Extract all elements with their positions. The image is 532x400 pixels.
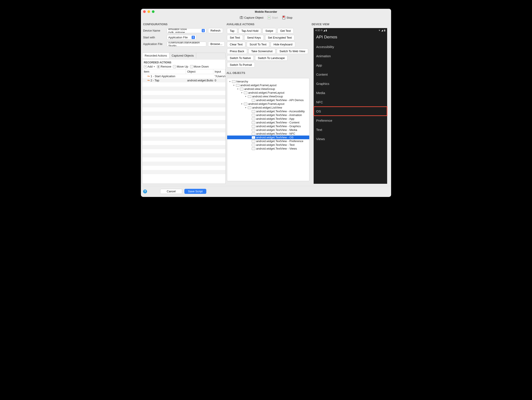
tree-node[interactable]: ▾⋯android.widget.ListView xyxy=(227,106,309,109)
tree-node[interactable]: ▾⋯hierarchy xyxy=(227,80,309,83)
tree-node[interactable]: ▾⋯android.widget.FrameLayout xyxy=(227,83,309,87)
svg-rect-6 xyxy=(283,16,285,18)
move-up-button[interactable]: ↑ Move Up xyxy=(173,65,188,68)
start-with-select[interactable]: Application File ▲▼ xyxy=(167,35,196,40)
table-row[interactable]: ⤳2 - Tapandroid.widget.Button0 xyxy=(142,78,225,82)
action-switch-to-native-button[interactable]: Switch To Native xyxy=(227,55,254,61)
tree-node[interactable]: ⋯android.widget.TextView - Animation xyxy=(227,113,309,117)
element-icon: ⋯ xyxy=(252,144,255,146)
action-switch-to-portrait-button[interactable]: Switch To Portrait xyxy=(227,62,255,68)
actions-section-label: AVAILABLE ACTIONS xyxy=(226,21,311,27)
dropdown-caret-icon: ▼ xyxy=(153,66,155,68)
action-switch-to-web-view-button[interactable]: Switch To Web View xyxy=(277,49,308,54)
device-item-nfc[interactable]: NFC xyxy=(314,97,387,106)
capture-object-button[interactable]: Capture Object xyxy=(240,16,263,19)
move-down-button[interactable]: ↓ Move Down xyxy=(190,65,209,68)
action-set-text-button[interactable]: Set Text xyxy=(227,35,243,40)
help-icon[interactable]: ? xyxy=(143,189,147,194)
table-row[interactable]: ⤳1 - Start Application"/Users/xu xyxy=(142,74,225,78)
plus-icon: + xyxy=(144,65,147,68)
device-item-media[interactable]: Media xyxy=(314,88,387,97)
tabs: Recorded Actions Captured Objects xyxy=(142,53,226,58)
app-file-value: /Users/xuan.tran/Katalon Studio xyxy=(168,42,205,46)
add-button[interactable]: + Add ▼ xyxy=(144,65,155,68)
action-get-text-button[interactable]: Get Text xyxy=(277,28,294,34)
svg-marker-4 xyxy=(269,17,270,18)
tree-node[interactable]: ⋯android.widget.TextView - Accessibility xyxy=(227,109,309,113)
device-name-label: Device Name xyxy=(143,29,165,32)
action-send-keys-button[interactable]: Send Keys xyxy=(244,35,264,40)
app-file-input[interactable]: /Users/xuan.tran/Katalon Studio xyxy=(167,42,206,46)
remove-button[interactable]: 🗑 Remove xyxy=(157,65,171,68)
tree-node[interactable]: ⋯android.widget.TextView - NFC xyxy=(227,132,309,136)
action-tap-and-hold-button[interactable]: Tap And Hold xyxy=(239,28,261,34)
table-row xyxy=(142,124,225,128)
tree-node[interactable]: ⋯android.widget.TextView - OS xyxy=(227,136,309,139)
device-screen[interactable]: 4:32 ⟳ ◢ ▮ ▾ ◢ ▮ API Demos Accessibility… xyxy=(314,28,387,184)
table-row xyxy=(142,153,225,157)
device-item-os[interactable]: OS xyxy=(314,106,387,116)
tab-recorded-actions[interactable]: Recorded Actions xyxy=(142,53,169,58)
table-row xyxy=(142,145,225,149)
table-row xyxy=(142,162,225,166)
table-row xyxy=(142,149,225,153)
element-icon: ⋯ xyxy=(252,99,255,101)
tree-node[interactable]: ⋯android.widget.TextView - Views xyxy=(227,147,309,150)
tree-node[interactable]: ▾⋯android.view.ViewGroup xyxy=(227,94,309,98)
browse-button[interactable]: Browse... xyxy=(208,41,225,46)
device-item-accessibility[interactable]: Accessibility xyxy=(314,42,387,51)
action-swipe-button[interactable]: Swipe xyxy=(262,28,276,34)
action-clear-text-button[interactable]: Clear Text xyxy=(227,42,245,47)
element-icon: ⋯ xyxy=(240,88,243,90)
stop-label: Stop xyxy=(287,16,292,19)
device-section-label: DEVICE VIEW xyxy=(311,21,390,27)
objects-tree: ▾⋯hierarchy▾⋯android.widget.FrameLayout▾… xyxy=(227,78,310,181)
tree-node[interactable]: ⋯android.widget.TextView - Text xyxy=(227,143,309,147)
sync-icon: ⟳ xyxy=(321,29,323,31)
device-item-views[interactable]: Views xyxy=(314,134,387,144)
tree-node[interactable]: ⋯android.widget.TextView - Content xyxy=(227,121,309,124)
tab-captured-objects[interactable]: Captured Objects xyxy=(169,53,196,58)
tree-node[interactable]: ⋯android.widget.TextView - Media xyxy=(227,128,309,132)
cancel-button[interactable]: Cancel xyxy=(160,189,182,194)
arrow-up-icon: ↑ xyxy=(173,65,176,68)
tree-node[interactable]: ▾⋯android.widget.FrameLayout xyxy=(227,102,309,106)
start-button: Start xyxy=(267,16,278,19)
action-tap-button[interactable]: Tap xyxy=(227,28,237,34)
select-arrows-icon: ▲▼ xyxy=(202,29,205,32)
svg-rect-2 xyxy=(241,16,242,17)
tree-node[interactable]: ⋯android.widget.TextView - App xyxy=(227,117,309,121)
device-item-content[interactable]: Content xyxy=(314,70,387,79)
element-icon: ⋯ xyxy=(232,80,235,83)
tree-node[interactable]: ▾⋯android.widget.FrameLayout xyxy=(227,91,309,94)
action-take-screenshot-button[interactable]: Take Screenshot xyxy=(248,49,275,54)
arrow-down-icon: ↓ xyxy=(190,65,193,68)
table-row xyxy=(142,132,225,137)
device-item-preference[interactable]: Preference xyxy=(314,116,387,125)
svg-rect-0 xyxy=(240,17,243,19)
device-item-graphics[interactable]: Graphics xyxy=(314,79,387,88)
device-item-text[interactable]: Text xyxy=(314,125,387,134)
element-icon: ⋯ xyxy=(236,84,240,87)
tree-node[interactable]: ⋯android.widget.TextView - Graphics xyxy=(227,124,309,128)
element-icon: ⋯ xyxy=(244,103,247,105)
chevron-down-icon: ▾ xyxy=(244,95,247,98)
action-switch-to-landscape-button[interactable]: Switch To Landscape xyxy=(255,55,288,61)
chevron-down-icon: ▾ xyxy=(228,80,231,83)
tree-node[interactable]: ⋯android.widget.TextView - API Demos xyxy=(227,98,309,102)
device-status-bar: 4:32 ⟳ ◢ ▮ ▾ ◢ ▮ xyxy=(314,28,387,32)
table-row xyxy=(142,82,225,87)
action-hide-keyboard-button[interactable]: Hide Keyboard xyxy=(271,42,295,47)
clipboard-icon: ▮ xyxy=(326,29,327,31)
device-item-app[interactable]: App xyxy=(314,61,387,70)
action-set-encrypted-text-button[interactable]: Set Encrypted Text xyxy=(265,35,295,40)
stop-button[interactable]: Stop xyxy=(282,16,292,19)
tree-node[interactable]: ⋯android.widget.TextView - Preference xyxy=(227,139,309,143)
save-script-button[interactable]: Save Script xyxy=(184,189,206,194)
device-item-animation[interactable]: Animation xyxy=(314,51,387,61)
action-scroll-to-text-button[interactable]: Scroll To Text xyxy=(247,42,269,47)
tree-node[interactable]: ▾⋯android.view.ViewGroup xyxy=(227,87,309,91)
refresh-button[interactable]: Refresh xyxy=(208,28,223,33)
action-press-back-button[interactable]: Press Back xyxy=(227,49,247,54)
device-name-select[interactable]: emulator-5554 (sdk_gphone ▲▼ xyxy=(167,28,206,33)
